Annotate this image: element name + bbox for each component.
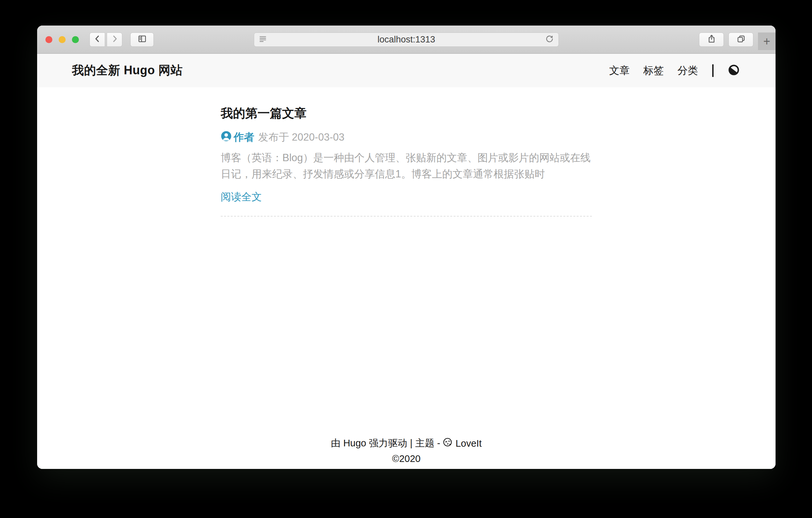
site-nav: 文章 标签 分类 xyxy=(609,64,740,78)
back-button[interactable] xyxy=(89,32,105,47)
nav-item-posts[interactable]: 文章 xyxy=(609,64,630,78)
sidebar-icon xyxy=(137,34,147,45)
new-tab-button[interactable]: + xyxy=(758,32,776,50)
theme-toggle-button[interactable] xyxy=(728,64,740,77)
tabs-icon xyxy=(736,34,746,45)
chevron-right-icon xyxy=(110,34,119,45)
footer-powered-line: 由 Hugo 强力驱动 | 主题 - LoveIt xyxy=(37,437,776,450)
post-summary: 博客（英语：Blog）是一种由个人管理、张贴新的文章、图片或影片的网站或在线日记… xyxy=(221,149,592,182)
chevron-left-icon xyxy=(93,34,102,45)
nav-item-tags[interactable]: 标签 xyxy=(643,64,664,78)
publish-info: 发布于 2020-03-03 xyxy=(258,130,344,144)
user-circle-icon xyxy=(221,131,232,144)
nav-divider xyxy=(712,64,714,77)
minimize-window-button[interactable] xyxy=(59,36,66,43)
site-header: 我的全新 Hugo 网站 文章 标签 分类 xyxy=(37,54,776,87)
site-title[interactable]: 我的全新 Hugo 网站 xyxy=(72,62,183,79)
reader-view-icon[interactable] xyxy=(259,34,267,45)
article-summary-card: 我的第一篇文章 作者 发布于 2020-03-03 博客（英语：Blog）是一种… xyxy=(221,87,592,217)
nav-item-categories[interactable]: 分类 xyxy=(677,64,698,78)
screenshot-stage: localhost:1313 + 我的全新 Hugo 网站 xyxy=(0,0,812,518)
address-bar[interactable]: localhost:1313 xyxy=(254,32,559,47)
page-content: 我的第一篇文章 作者 发布于 2020-03-03 博客（英语：Blog）是一种… xyxy=(37,87,776,469)
safari-window: localhost:1313 + 我的全新 Hugo 网站 xyxy=(37,26,776,469)
share-button[interactable] xyxy=(699,32,724,47)
url-text: localhost:1313 xyxy=(254,34,558,45)
close-window-button[interactable] xyxy=(46,36,52,43)
read-more-link[interactable]: 阅读全文 xyxy=(221,190,262,204)
site-footer: 由 Hugo 强力驱动 | 主题 - LoveIt ©2020 xyxy=(37,437,776,469)
post-divider xyxy=(221,216,592,217)
post-title[interactable]: 我的第一篇文章 xyxy=(221,105,592,122)
reload-icon[interactable] xyxy=(545,34,554,45)
theme-half-circle-icon xyxy=(728,64,740,77)
plus-icon: + xyxy=(763,35,770,48)
forward-button[interactable] xyxy=(107,32,122,47)
sidebar-toggle-button[interactable] xyxy=(130,32,154,47)
author-link[interactable]: 作者 xyxy=(221,130,254,144)
browser-toolbar: localhost:1313 + xyxy=(37,26,776,54)
share-icon xyxy=(706,34,717,45)
footer-powered-text: 由 Hugo 强力驱动 | 主题 - xyxy=(331,437,440,450)
post-meta: 作者 发布于 2020-03-03 xyxy=(221,130,592,144)
author-name: 作者 xyxy=(234,130,254,144)
tab-overview-button[interactable] xyxy=(728,32,753,47)
fullscreen-window-button[interactable] xyxy=(72,36,79,43)
kissing-face-icon xyxy=(443,437,453,450)
traffic-lights xyxy=(46,36,79,43)
footer-copyright: ©2020 xyxy=(37,453,776,464)
footer-theme-name[interactable]: LoveIt xyxy=(455,438,482,449)
